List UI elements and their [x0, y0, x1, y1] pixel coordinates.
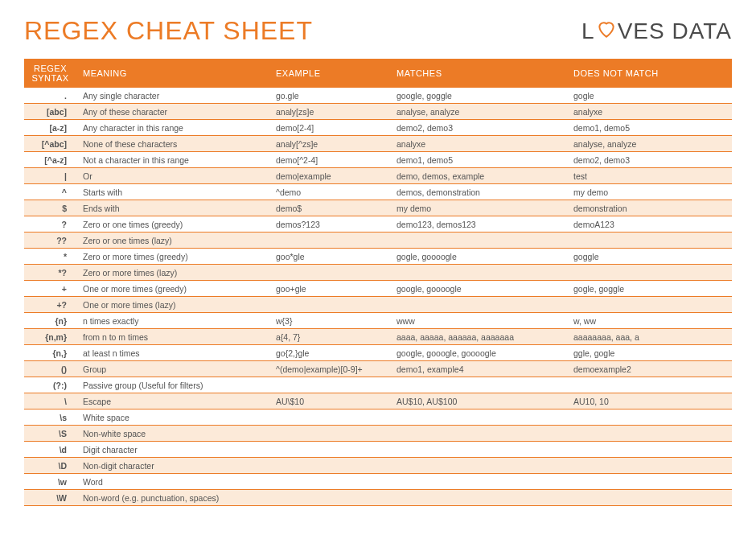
cell-meaning: Zero or more times (lazy) — [76, 265, 269, 281]
cell-notmatch: ggle, gogle — [567, 345, 732, 361]
cell-syntax: *? — [24, 265, 76, 281]
cell-syntax: $ — [24, 200, 76, 216]
cell-matches: demos, demonstration — [390, 184, 567, 200]
cell-meaning: at least n times — [76, 345, 269, 361]
cell-matches — [390, 490, 567, 506]
cell-syntax: {n,} — [24, 345, 76, 361]
cell-meaning: Word — [76, 474, 269, 490]
cell-syntax: () — [24, 361, 76, 377]
cell-notmatch: w, ww — [567, 313, 732, 329]
cell-notmatch — [567, 297, 732, 313]
cell-meaning: Or — [76, 168, 269, 184]
cell-syntax: \w — [24, 474, 76, 490]
col-meaning: MEANING — [76, 59, 269, 88]
brand-logo: L VES DATA — [581, 19, 732, 44]
table-row: {n,}at least n timesgo{2,}glegoogle, goo… — [24, 345, 732, 361]
cell-matches: gogle, goooogle — [390, 249, 567, 265]
cell-matches: demo, demos, example — [390, 168, 567, 184]
table-row: {n,m}from n to m timesa{4, 7}aaaa, aaaaa… — [24, 329, 732, 345]
cell-matches: google, goggle — [390, 88, 567, 104]
cell-meaning: White space — [76, 409, 269, 426]
cell-syntax: \ — [24, 393, 76, 409]
cell-meaning: Any character in this range — [76, 120, 269, 136]
cell-matches: my demo — [390, 200, 567, 216]
logo-text-suffix: VES DATA — [618, 19, 732, 44]
regex-table: REGEX SYNTAX MEANING EXAMPLE MATCHES DOE… — [24, 59, 732, 506]
table-row: \DNon-digit character — [24, 458, 732, 474]
cell-matches: demo1, demo5 — [390, 152, 567, 168]
cell-syntax: [^abc] — [24, 136, 76, 152]
cell-matches — [390, 458, 567, 474]
cell-syntax: ? — [24, 216, 76, 233]
cell-meaning: Not a character in this range — [76, 152, 269, 168]
cell-syntax: \S — [24, 426, 76, 442]
cell-notmatch: analyse, analyze — [567, 136, 732, 152]
cell-syntax: [a-z] — [24, 120, 76, 136]
cell-notmatch: analyxe — [567, 104, 732, 120]
cell-example: ^demo — [269, 184, 390, 200]
cell-example: go.gle — [269, 88, 390, 104]
cell-example — [269, 377, 390, 393]
cell-syntax: \W — [24, 490, 76, 506]
cell-syntax: ?? — [24, 233, 76, 249]
cell-notmatch: demoexample2 — [567, 361, 732, 377]
table-row: \dDigit character — [24, 442, 732, 458]
cell-notmatch: AU10, 10 — [567, 393, 732, 409]
cell-example — [269, 458, 390, 474]
cell-meaning: Ends with — [76, 200, 269, 216]
cell-matches — [390, 474, 567, 490]
cell-syntax: | — [24, 168, 76, 184]
table-row: \wWord — [24, 474, 732, 490]
cell-example: AU\$10 — [269, 393, 390, 409]
cell-matches — [390, 265, 567, 281]
page-title: REGEX CHEAT SHEET — [24, 16, 313, 46]
table-row: [^abc]None of these charactersanaly[^zs]… — [24, 136, 732, 152]
cell-syntax: \d — [24, 442, 76, 458]
cell-example: analy[zs]e — [269, 104, 390, 120]
table-row: |Ordemo|exampledemo, demos, exampletest — [24, 168, 732, 184]
cell-syntax: ^ — [24, 184, 76, 200]
cell-matches: AU$10, AU$100 — [390, 393, 567, 409]
cell-meaning: None of these characters — [76, 136, 269, 152]
col-matches: MATCHES — [390, 59, 567, 88]
cell-matches — [390, 442, 567, 458]
cell-meaning: Starts with — [76, 184, 269, 200]
table-row: [abc]Any of these characteranaly[zs]eana… — [24, 104, 732, 120]
cell-syntax: \D — [24, 458, 76, 474]
cell-example — [269, 265, 390, 281]
cell-meaning: Escape — [76, 393, 269, 409]
cell-notmatch: demonstration — [567, 200, 732, 216]
cell-meaning: One or more times (lazy) — [76, 297, 269, 313]
col-syntax: REGEX SYNTAX — [24, 59, 76, 88]
cell-notmatch — [567, 426, 732, 442]
cell-meaning: Any single character — [76, 88, 269, 104]
cell-notmatch — [567, 458, 732, 474]
table-row: +One or more times (greedy)goo+glegoogle… — [24, 281, 732, 297]
cell-matches: demo2, demo3 — [390, 120, 567, 136]
cell-notmatch: gogle, goggle — [567, 281, 732, 297]
cell-meaning: Zero or one times (greedy) — [76, 216, 269, 233]
cell-notmatch: demoA123 — [567, 216, 732, 233]
cell-matches — [390, 377, 567, 393]
cell-notmatch — [567, 474, 732, 490]
cell-syntax: (?:) — [24, 377, 76, 393]
cell-matches — [390, 426, 567, 442]
cell-example — [269, 490, 390, 506]
table-row: ()Group^(demo|example)[0-9]+demo1, examp… — [24, 361, 732, 377]
cell-matches: analyse, analyze — [390, 104, 567, 120]
cell-meaning: Non-digit character — [76, 458, 269, 474]
cell-meaning: n times exactly — [76, 313, 269, 329]
cell-matches — [390, 233, 567, 249]
cell-syntax: {n} — [24, 313, 76, 329]
cell-syntax: \s — [24, 409, 76, 426]
table-row: {n}n times exactlyw{3}wwww, ww — [24, 313, 732, 329]
cell-meaning: Digit character — [76, 442, 269, 458]
cell-meaning: from n to m times — [76, 329, 269, 345]
cell-notmatch: test — [567, 168, 732, 184]
col-example: EXAMPLE — [269, 59, 390, 88]
table-row: $Ends withdemo$my demodemonstration — [24, 200, 732, 216]
cell-example: demo[^2-4] — [269, 152, 390, 168]
cell-matches — [390, 297, 567, 313]
cell-example: demo$ — [269, 200, 390, 216]
table-row: [^a-z]Not a character in this rangedemo[… — [24, 152, 732, 168]
